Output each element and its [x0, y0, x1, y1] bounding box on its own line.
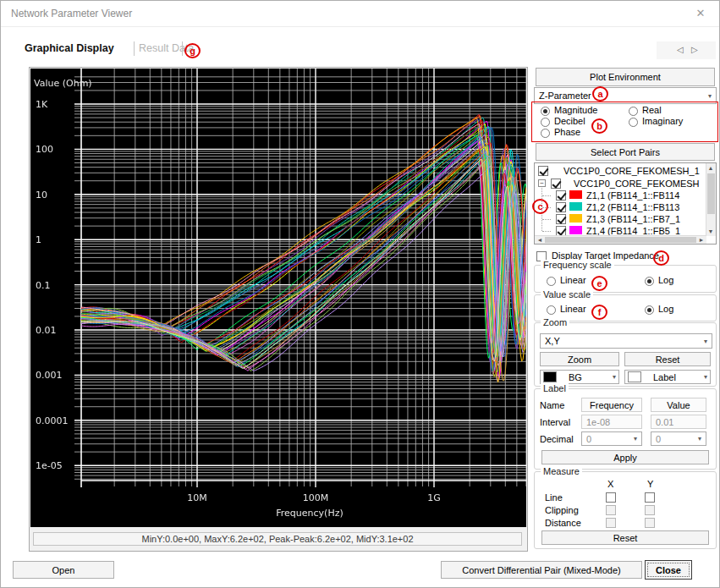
z11-checkbox[interactable]	[556, 190, 566, 201]
zoom-mode-combobox[interactable]: X,Y ▾	[540, 333, 712, 349]
tree-connector	[542, 195, 551, 196]
value-decimal-combobox[interactable]: 0 ▾	[651, 431, 706, 446]
frequency-column-header: Frequency	[581, 398, 642, 412]
close-button[interactable]: Close	[645, 560, 692, 580]
plot-environment-button[interactable]: Plot Environment	[536, 68, 715, 86]
measure-reset-button[interactable]: Reset	[541, 530, 709, 545]
measure-clipping-y-checkbox[interactable]	[645, 505, 655, 515]
port-pair-tree: VCC1P0_CORE_FEKOMESH_1 − VCC1P0_CORE_FEK…	[534, 162, 717, 245]
annotation-badge-c: c	[532, 199, 548, 214]
convert-differential-pair-button[interactable]: Convert Differential Pair (Mixed-Mode)	[441, 561, 642, 579]
value-log-label: Log	[658, 304, 673, 314]
value-linear-label: Linear	[560, 304, 586, 314]
tree-horizontal-scrollbar[interactable]: ◄ ►	[535, 235, 706, 244]
z11-color-swatch	[569, 190, 582, 199]
zoom-button[interactable]: Zoom	[540, 352, 619, 366]
bg-color-label: BG	[569, 372, 582, 382]
tab-separator	[134, 41, 135, 56]
frequency-scale-title: Frequency scale	[541, 260, 614, 270]
z12-checkbox[interactable]	[556, 202, 566, 212]
value-linear-radio[interactable]	[547, 305, 556, 315]
zoom-mode-value: X,Y	[545, 336, 560, 346]
measure-clipping-x-checkbox[interactable]	[606, 505, 616, 515]
bg-color-dropdown[interactable]: BG ▾	[540, 370, 619, 384]
scroll-right-icon[interactable]: ►	[698, 236, 705, 244]
tree-vertical-scrollbar[interactable]: ▲ ▼	[706, 163, 716, 236]
scroll-thumb[interactable]	[707, 173, 715, 214]
z13-color-swatch	[569, 214, 582, 223]
open-button[interactable]: Open	[13, 561, 114, 579]
value-column-header: Value	[651, 398, 706, 412]
name-row-label: Name	[540, 400, 564, 410]
label-group-title: Label	[541, 383, 569, 393]
zoom-group-title: Zoom	[541, 317, 569, 327]
z12-color-swatch	[569, 202, 582, 211]
label-color-dropdown[interactable]: Label ▾	[624, 370, 711, 384]
chevron-down-icon: ▾	[613, 373, 616, 381]
value-decimal-value: 0	[656, 434, 661, 444]
z14-color-swatch	[569, 226, 582, 234]
tree-row-group[interactable]: − VCC1P0_CORE_FEKOMESH	[535, 178, 706, 190]
frequency-interval-input[interactable]: 1e-08	[581, 415, 642, 429]
collapse-icon[interactable]: −	[538, 179, 546, 187]
apply-button[interactable]: Apply	[541, 450, 709, 464]
zoom-group: Zoom X,Y ▾ Zoom Reset BG ▾ Label ▾	[534, 322, 717, 387]
plot-stats-bar: MinY:0.0e+00, MaxY:6.2e+02, Peak-Peak:6.…	[33, 532, 522, 546]
scroll-up-icon[interactable]: ▲	[706, 164, 715, 172]
frequency-log-radio[interactable]	[645, 277, 654, 286]
select-port-pairs-button[interactable]: Select Port Pairs	[536, 143, 715, 161]
scroll-thumb[interactable]	[545, 237, 696, 243]
label-group: Label Name Frequency Value Interval 1e-0…	[534, 388, 717, 470]
z11-label: Z1,1 (FB114_1::FB114	[586, 190, 679, 201]
root-label: VCC1P0_CORE_FEKOMESH_1	[563, 166, 700, 176]
measure-line-y-checkbox[interactable]	[645, 492, 655, 503]
chevron-down-icon: ▾	[704, 373, 707, 381]
value-interval-input[interactable]: 0.01	[651, 415, 706, 429]
scroll-down-icon[interactable]: ▼	[706, 228, 715, 235]
tree-row-z11[interactable]: Z1,1 (FB114_1::FB114	[535, 190, 706, 201]
value-scale-title: Value scale	[541, 289, 593, 299]
z12-label: Z1,2 (FB114_1::FB113	[586, 202, 679, 212]
tab-separator	[182, 41, 183, 56]
window-title: Network Parameter Viewer	[11, 8, 132, 19]
tab-scroll-area: ◁ ▷	[657, 41, 716, 59]
scroll-left-icon[interactable]: ◄	[536, 236, 543, 244]
tree-connector	[542, 231, 551, 232]
parameter-type-value: Z-Parameter	[539, 91, 591, 101]
decimal-row-label: Decimal	[540, 434, 574, 444]
frequency-decimal-value: 0	[586, 434, 591, 444]
plot-canvas[interactable]	[30, 69, 526, 527]
tree-row-z13[interactable]: Z1,3 (FB114_1::FB7_1	[535, 213, 706, 225]
tree-connector	[542, 219, 551, 220]
tree-row-z12[interactable]: Z1,2 (FB114_1::FB113	[535, 201, 706, 213]
annotation-badge-a: a	[592, 86, 608, 102]
measure-group: Measure X Y Line Clipping Distance Reset	[534, 471, 717, 549]
measure-line-label: Line	[545, 492, 563, 503]
measure-distance-label: Distance	[545, 518, 581, 528]
tab-scroll-right-icon[interactable]: ▷	[691, 45, 698, 54]
measure-distance-y-checkbox[interactable]	[645, 518, 655, 528]
annotation-badge-e: e	[591, 276, 607, 291]
measure-line-x-checkbox[interactable]	[606, 492, 616, 503]
bg-color-swatch	[543, 371, 557, 382]
value-log-radio[interactable]	[645, 305, 654, 315]
root-checkbox[interactable]	[538, 166, 548, 176]
measure-distance-x-checkbox[interactable]	[606, 518, 616, 528]
z13-label: Z1,3 (FB114_1::FB7_1	[586, 214, 680, 224]
tabstrip: Graphical Display Result Data ◁ ▷	[1, 39, 719, 60]
annotation-badge-b: b	[591, 118, 607, 134]
tree-row-root[interactable]: VCC1P0_CORE_FEKOMESH_1	[535, 165, 706, 177]
tab-graphical-display[interactable]: Graphical Display	[25, 42, 114, 54]
group-checkbox[interactable]	[551, 179, 561, 189]
tab-scroll-left-icon[interactable]: ◁	[677, 45, 684, 54]
chevron-down-icon: ▾	[698, 435, 701, 442]
zoom-reset-button[interactable]: Reset	[624, 352, 711, 366]
annotation-box-b	[531, 102, 718, 142]
close-icon[interactable]: ✕	[690, 6, 711, 21]
frequency-linear-radio[interactable]	[547, 277, 556, 286]
plot-stats-text: MinY:0.0e+00, MaxY:6.2e+02, Peak-Peak:6.…	[141, 534, 413, 544]
chevron-down-icon: ▾	[708, 92, 712, 100]
z13-checkbox[interactable]	[556, 214, 566, 224]
frequency-decimal-combobox[interactable]: 0 ▾	[581, 431, 642, 446]
annotation-badge-f: f	[591, 305, 607, 320]
